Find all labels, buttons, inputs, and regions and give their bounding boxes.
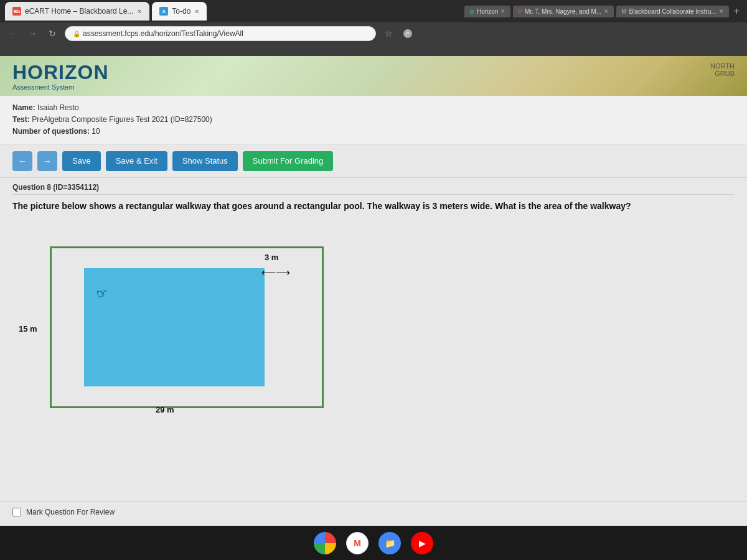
- question-text: The picture below shows a rectangular wa…: [12, 200, 735, 213]
- tab-todo[interactable]: A To-do ✕: [152, 2, 207, 21]
- url-bar[interactable]: 🔒 assessment.fcps.edu/horizon/TestTaking…: [65, 26, 376, 41]
- back-button[interactable]: ←: [5, 26, 20, 41]
- tab-ecart-close[interactable]: ✕: [137, 8, 142, 15]
- student-info-section: Name: Isaiah Resto Test: PreAlgebra Comp…: [0, 96, 747, 145]
- extra-tab-mrt[interactable]: P Mr. T, Mrs. Nagyre, and M... ✕: [513, 6, 614, 17]
- submit-button[interactable]: Submit For Grading: [243, 151, 333, 171]
- extra-tab-mrt-close[interactable]: ✕: [604, 8, 609, 14]
- back-nav-button[interactable]: ←: [12, 151, 32, 171]
- horizon-header: HORIZON Assessment System NORTHGRUB: [0, 56, 747, 96]
- question-section: Question 8 (ID=3354112) The picture belo…: [0, 178, 747, 228]
- forward-nav-button[interactable]: →: [37, 151, 57, 171]
- label-width: 29 m: [156, 405, 174, 414]
- browser-chrome: Bb eCART Home – Blackboard Le... ✕ A To-…: [0, 0, 747, 56]
- chrome-icon[interactable]: [314, 532, 336, 554]
- bottom-section: Mark Question For Review: [0, 501, 747, 523]
- toolbar: ← → Save Save & Exit Show Status Submit …: [0, 145, 747, 178]
- forward-button[interactable]: →: [25, 26, 40, 41]
- diagram-container: 15 m 29 m 3 m ⟵⟶: [12, 234, 336, 421]
- profile-icon[interactable]: P: [403, 29, 412, 38]
- mark-review-checkbox[interactable]: [12, 508, 21, 516]
- save-exit-button[interactable]: Save & Exit: [106, 151, 167, 171]
- show-status-button[interactable]: Show Status: [172, 151, 238, 171]
- question-id: Question 8 (ID=3354112): [12, 183, 735, 195]
- reload-button[interactable]: ↻: [45, 26, 60, 41]
- extra-tab-horizon[interactable]: ⊙ Horizon ✕: [464, 6, 510, 17]
- diagram-area: 15 m 29 m 3 m ⟵⟶: [0, 228, 747, 427]
- taskbar: M 📁 ▶: [0, 526, 747, 560]
- tab-ecart-label: eCART Home – Blackboard Le...: [25, 7, 133, 16]
- url-text: assessment.fcps.edu/horizon/TestTaking/V…: [83, 29, 243, 38]
- gmail-icon[interactable]: M: [346, 532, 369, 554]
- test-name: Test: PreAlgebra Composite Figures Test …: [12, 114, 735, 126]
- extra-tab-horizon-label: Horizon: [477, 8, 498, 15]
- north-grub-label: NORTHGRUB: [710, 62, 735, 77]
- files-icon[interactable]: 📁: [378, 532, 401, 554]
- cursor-hand: ☞: [95, 286, 109, 302]
- save-button[interactable]: Save: [62, 151, 101, 171]
- extra-tab-blackboard-label: Blackboard Collaborate Instru...: [629, 8, 716, 15]
- extra-tab-blackboard-close[interactable]: ✕: [719, 8, 724, 14]
- lock-icon: 🔒: [73, 30, 80, 37]
- new-tab-button[interactable]: +: [731, 6, 742, 17]
- bookmark-button[interactable]: ☆: [381, 26, 396, 41]
- tab-ecart[interactable]: Bb eCART Home – Blackboard Le... ✕: [5, 2, 149, 21]
- page-content: HORIZON Assessment System NORTHGRUB Name…: [0, 56, 747, 560]
- extra-tab-horizon-close[interactable]: ✕: [500, 8, 505, 14]
- ecart-tab-icon: Bb: [12, 7, 21, 16]
- tab-bar: Bb eCART Home – Blackboard Le... ✕ A To-…: [0, 0, 747, 22]
- inner-rectangle-pool: [84, 268, 265, 386]
- todo-tab-icon: A: [159, 7, 168, 16]
- horizon-logo: HORIZON: [12, 62, 735, 82]
- header-right: NORTHGRUB: [710, 62, 735, 77]
- tab-todo-label: To-do: [172, 7, 190, 16]
- tab-todo-close[interactable]: ✕: [194, 8, 199, 15]
- youtube-icon[interactable]: ▶: [411, 532, 433, 554]
- student-name: Name: Isaiah Resto: [12, 102, 735, 114]
- extra-tab-mrt-label: Mr. T, Mrs. Nagyre, and M...: [525, 8, 601, 15]
- arrow-3m: ⟵⟶: [261, 266, 290, 278]
- extra-tab-blackboard[interactable]: M Blackboard Collaborate Instru... ✕: [616, 6, 728, 17]
- label-height: 15 m: [19, 324, 37, 334]
- mark-review-label[interactable]: Mark Question For Review: [26, 508, 115, 516]
- question-count: Number of questions: 10: [12, 126, 735, 138]
- label-walkway: 3 m: [265, 253, 278, 262]
- address-bar: ← → ↻ 🔒 assessment.fcps.edu/horizon/Test…: [0, 22, 747, 45]
- horizon-subtitle: Assessment System: [12, 83, 735, 91]
